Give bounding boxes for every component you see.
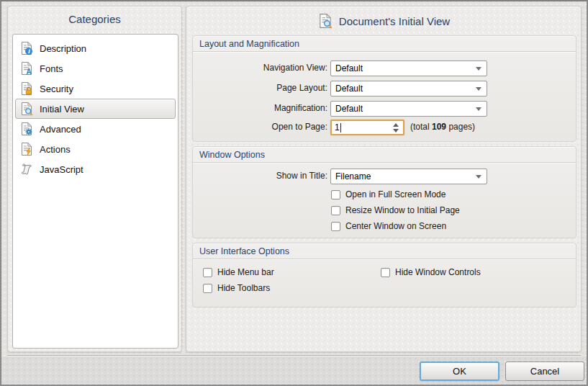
sidebar-item-description[interactable]: i Description (15, 38, 176, 58)
open-to-page-input[interactable]: 1 (330, 120, 404, 135)
sidebar-item-label: Initial View (40, 104, 84, 115)
main-panel: Document's Initial View Layout and Magni… (186, 6, 582, 352)
spin-down-button[interactable] (393, 129, 399, 133)
checkbox-label: Open in Full Screen Mode (345, 189, 445, 199)
document-font-icon: A (19, 61, 34, 76)
svg-text:A: A (27, 68, 32, 76)
total-pages-count: 109 (432, 122, 446, 132)
checkbox-label: Center Window on Screen (345, 221, 446, 231)
scroll-icon (19, 162, 34, 176)
hide-window-controls-checkbox[interactable] (381, 268, 390, 277)
sidebar-item-label: Advanced (40, 124, 81, 135)
dropdown-value: Default (335, 84, 363, 94)
dropdown-value: Default (335, 63, 363, 73)
cancel-button[interactable]: Cancel (505, 362, 584, 381)
resize-window-row: Resize Window to Initial Page (331, 205, 460, 216)
categories-panel: Categories i Description A Fonts (7, 6, 182, 352)
window-options-group: Window Options Show in Title: Filename O… (192, 146, 576, 238)
center-window-checkbox[interactable] (331, 222, 340, 231)
group-header: Window Options (193, 147, 576, 163)
hide-window-controls-row: Hide Window Controls (381, 266, 481, 278)
document-magnifier-icon (19, 102, 34, 116)
magnification-label: Magnification: (200, 103, 327, 113)
checkbox-label: Hide Menu bar (217, 267, 274, 277)
layout-magnification-group: Layout and Magnification Navigation View… (192, 35, 576, 142)
text-cursor (340, 123, 341, 133)
document-lock-icon (19, 81, 34, 96)
footer-divider (7, 355, 581, 356)
sidebar-item-label: Description (40, 43, 86, 54)
sidebar-item-security[interactable]: Security (15, 78, 176, 99)
sidebar-item-label: Actions (40, 144, 71, 155)
navigation-view-dropdown[interactable]: Default (330, 60, 487, 76)
dropdown-value: Default (335, 104, 363, 114)
open-to-page-label: Open to Page: (200, 122, 327, 132)
ok-button[interactable]: OK (420, 362, 499, 381)
spinner-buttons (391, 121, 401, 134)
chevron-down-icon (476, 87, 481, 91)
group-header: User Interface Options (193, 243, 576, 259)
sidebar-item-fonts[interactable]: A Fonts (15, 58, 176, 78)
spinner-value: 1 (335, 122, 340, 133)
dropdown-value: Filename (335, 171, 371, 181)
categories-list: i Description A Fonts Security (12, 34, 178, 349)
page-layout-dropdown[interactable]: Default (330, 81, 487, 96)
hide-toolbars-checkbox[interactable] (203, 284, 212, 293)
hide-menu-bar-checkbox[interactable] (203, 268, 212, 277)
hide-menu-bar-row: Hide Menu bar (203, 266, 274, 278)
sidebar-item-initial-view[interactable]: Initial View (15, 99, 176, 119)
center-window-row: Center Window on Screen (331, 220, 446, 232)
total-pages-text: (total 109 pages) (410, 122, 475, 132)
sidebar-item-actions[interactable]: Actions (15, 139, 176, 159)
document-lightning-icon (19, 142, 34, 156)
resize-window-checkbox[interactable] (331, 206, 340, 215)
sidebar-item-advanced[interactable]: Advanced (15, 119, 176, 139)
group-header: Layout and Magnification (193, 36, 576, 52)
categories-header: Categories (8, 6, 181, 34)
dialog-title-bar: Document's Initial View (186, 6, 581, 35)
open-full-screen-checkbox[interactable] (331, 190, 340, 199)
sidebar-item-label: JavaScript (40, 164, 83, 175)
chevron-down-icon (476, 67, 481, 71)
sidebar-item-label: Security (40, 84, 73, 94)
checkbox-label: Hide Toolbars (217, 283, 270, 293)
chevron-down-icon (476, 107, 481, 111)
document-magnifier-icon (317, 13, 333, 29)
spin-up-button[interactable] (393, 123, 399, 127)
sidebar-item-javascript[interactable]: JavaScript (15, 159, 176, 179)
show-in-title-dropdown[interactable]: Filename (330, 169, 487, 184)
show-in-title-label: Show in Title: (200, 171, 327, 181)
hide-toolbars-row: Hide Toolbars (203, 282, 270, 294)
checkbox-label: Hide Window Controls (395, 267, 481, 277)
page-layout-label: Page Layout: (200, 83, 327, 93)
user-interface-options-group: User Interface Options Hide Menu bar Hid… (192, 243, 576, 308)
document-info-icon: i (19, 41, 34, 55)
document-gear-icon (19, 122, 34, 136)
initial-view-dialog: Categories i Description A Fonts (0, 0, 588, 386)
navigation-view-label: Navigation View: (200, 63, 327, 73)
magnification-dropdown[interactable]: Default (330, 101, 487, 117)
sidebar-item-label: Fonts (40, 63, 63, 74)
checkbox-label: Resize Window to Initial Page (345, 205, 460, 215)
chevron-down-icon (476, 175, 481, 179)
page-title: Document's Initial View (339, 15, 450, 27)
open-full-screen-row: Open in Full Screen Mode (331, 189, 445, 200)
